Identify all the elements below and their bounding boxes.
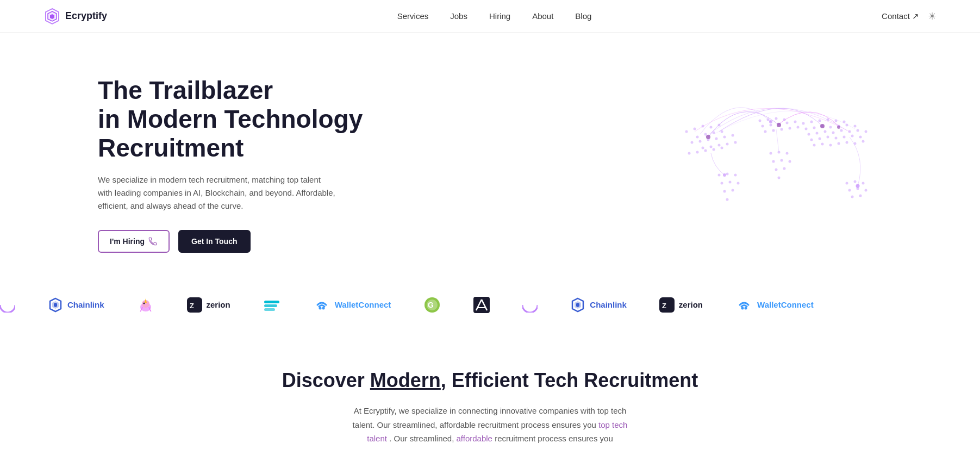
svg-point-83: [846, 141, 848, 144]
nav-blog[interactable]: Blog: [575, 11, 591, 21]
svg-point-70: [857, 129, 859, 132]
svg-point-20: [718, 144, 721, 147]
svg-point-116: [143, 302, 145, 304]
svg-point-87: [854, 180, 857, 183]
hiring-button[interactable]: I'm Hiring: [98, 230, 170, 253]
svg-point-72: [810, 139, 813, 141]
svg-point-68: [840, 129, 843, 132]
svg-point-48: [775, 169, 778, 171]
svg-point-18: [702, 147, 704, 149]
svg-point-71: [865, 130, 867, 133]
svg-point-49: [783, 167, 786, 170]
svg-point-100: [723, 190, 726, 193]
hero-section: The Trailblazer in Modern Technology Rec…: [0, 33, 980, 285]
svg-point-102: [726, 198, 729, 201]
partner-zerion: Z zerion: [187, 297, 230, 313]
get-in-touch-button[interactable]: Get In Touch: [178, 230, 251, 253]
svg-point-4: [694, 128, 696, 130]
svg-point-16: [723, 136, 726, 139]
svg-point-104: [777, 123, 781, 127]
world-map: [654, 83, 882, 246]
nav-services[interactable]: Services: [397, 11, 429, 21]
svg-point-67: [832, 132, 835, 134]
svg-point-57: [805, 128, 808, 130]
svg-point-99: [737, 182, 740, 185]
unicorn-icon: [137, 296, 154, 314]
discover-title: Discover Modern, Efficient Tech Recruitm…: [98, 368, 882, 394]
svg-point-77: [851, 135, 854, 138]
svg-point-60: [829, 126, 832, 129]
nav-links: Services Jobs Hiring About Blog: [397, 11, 592, 21]
svg-point-65: [816, 132, 819, 135]
nav-jobs[interactable]: Jobs: [450, 11, 467, 21]
svg-point-42: [770, 152, 772, 155]
coingecko-icon: G: [423, 296, 441, 314]
svg-point-58: [813, 127, 816, 129]
discover-affordable-link[interactable]: affordable: [457, 434, 492, 443]
svg-point-37: [764, 130, 767, 133]
svg-point-6: [710, 126, 713, 129]
svg-point-15: [715, 138, 718, 140]
brand-name: Ecryptify: [65, 10, 107, 22]
svg-point-22: [734, 141, 737, 144]
svg-point-107: [769, 120, 772, 123]
partners-track: Chainlink Z zerion: [0, 296, 814, 314]
svg-point-25: [704, 149, 707, 152]
svg-point-19: [710, 146, 713, 148]
svg-rect-127: [473, 297, 490, 313]
logo-icon: [43, 8, 61, 25]
svg-rect-121: [264, 308, 275, 311]
svg-point-21: [726, 143, 729, 146]
svg-point-96: [734, 174, 737, 177]
svg-marker-133: [576, 303, 579, 307]
svg-point-91: [865, 189, 867, 192]
partner-walletconnect: WalletConnect: [313, 297, 391, 313]
svg-point-40: [789, 127, 791, 130]
svg-point-103: [706, 135, 710, 139]
svg-point-3: [685, 130, 688, 133]
contact-link[interactable]: Contact ↗: [882, 11, 919, 21]
theme-toggle[interactable]: ☀: [928, 10, 937, 22]
svg-point-39: [781, 128, 783, 131]
nav-hiring[interactable]: Hiring: [489, 11, 510, 21]
svg-point-73: [819, 138, 821, 140]
svg-point-76: [843, 136, 846, 139]
svg-point-45: [772, 160, 775, 163]
partner-unicorn: [137, 296, 154, 314]
svg-point-94: [718, 174, 721, 177]
partner-item-partial: [0, 297, 15, 313]
svg-rect-119: [264, 301, 279, 303]
partner-zerion-dup: Z zerion: [659, 297, 703, 313]
svg-point-108: [837, 126, 840, 129]
zerion-icon: Z: [187, 297, 202, 313]
svg-point-27: [721, 147, 723, 149]
svg-point-97: [721, 182, 723, 185]
svg-point-28: [759, 120, 761, 122]
nav-about[interactable]: About: [532, 11, 553, 21]
svg-point-79: [813, 144, 816, 147]
svg-point-80: [821, 143, 824, 146]
svg-point-41: [797, 126, 800, 129]
svg-point-101: [732, 189, 734, 192]
partner-chainlink-dup: Chainlink: [570, 297, 627, 313]
svg-point-98: [729, 181, 732, 184]
svg-rect-120: [264, 304, 277, 307]
svg-point-46: [781, 159, 783, 162]
svg-point-30: [775, 117, 778, 120]
svg-point-88: [862, 182, 865, 185]
svg-point-74: [827, 136, 829, 139]
hero-right: [380, 83, 882, 246]
svg-point-32: [761, 125, 764, 128]
svg-point-47: [789, 160, 791, 163]
svg-point-12: [691, 141, 694, 144]
svg-point-24: [696, 151, 699, 154]
svg-point-51: [802, 122, 805, 125]
svg-point-123: [322, 307, 324, 309]
discover-subtitle: At Ecryptify, we specialize in connectin…: [349, 404, 632, 446]
svg-point-92: [851, 196, 854, 198]
nav-logo[interactable]: Ecryptify: [43, 8, 107, 25]
hero-buttons: I'm Hiring Get In Touch: [98, 230, 380, 253]
partner-alkimiya: [473, 297, 490, 313]
svg-point-66: [824, 130, 827, 133]
nav-right: Contact ↗ ☀: [882, 10, 937, 22]
